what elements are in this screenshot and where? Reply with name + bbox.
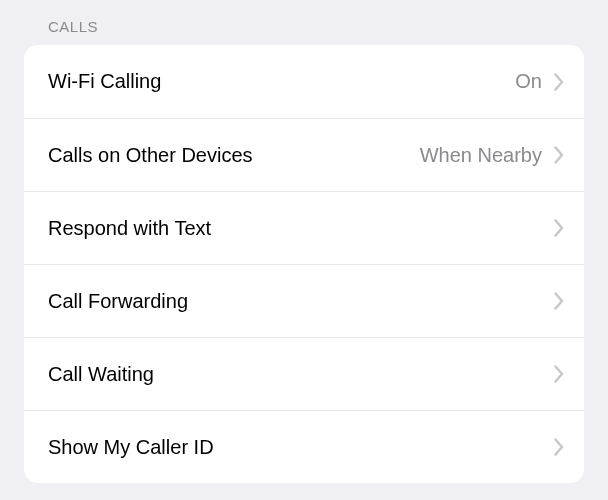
chevron-right-icon [554, 292, 564, 310]
row-show-my-caller-id[interactable]: Show My Caller ID [24, 410, 584, 483]
row-call-forwarding[interactable]: Call Forwarding [24, 264, 584, 337]
row-label: Call Waiting [48, 363, 542, 386]
row-call-waiting[interactable]: Call Waiting [24, 337, 584, 410]
chevron-right-icon [554, 73, 564, 91]
row-label: Respond with Text [48, 217, 542, 240]
chevron-right-icon [554, 438, 564, 456]
row-label: Show My Caller ID [48, 436, 542, 459]
chevron-right-icon [554, 365, 564, 383]
row-respond-with-text[interactable]: Respond with Text [24, 191, 584, 264]
row-label: Calls on Other Devices [48, 144, 420, 167]
row-label: Call Forwarding [48, 290, 542, 313]
row-wifi-calling[interactable]: Wi-Fi Calling On [24, 45, 584, 118]
chevron-right-icon [554, 219, 564, 237]
chevron-right-icon [554, 146, 564, 164]
row-calls-on-other-devices[interactable]: Calls on Other Devices When Nearby [24, 118, 584, 191]
section-header: CALLS [0, 0, 608, 45]
row-value: When Nearby [420, 144, 542, 167]
row-value: On [515, 70, 542, 93]
settings-group: Wi-Fi Calling On Calls on Other Devices … [24, 45, 584, 483]
row-label: Wi-Fi Calling [48, 70, 515, 93]
